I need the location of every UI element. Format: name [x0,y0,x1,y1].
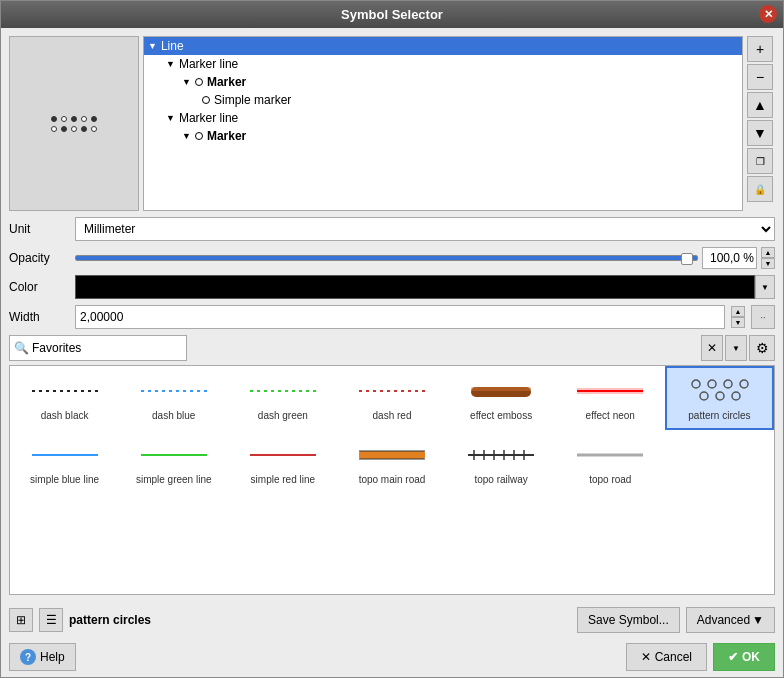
advanced-arrow-icon: ▼ [752,613,764,627]
symbol-item-pattern-circles[interactable]: pattern circles [665,366,774,430]
svg-point-8 [692,380,700,388]
tree-markerline1-label: Marker line [179,57,238,71]
color-row: Color ▼ [9,275,775,299]
dialog-title: Symbol Selector [341,7,443,22]
svg-point-9 [708,380,716,388]
tree-arrow-icon: ▼ [182,131,191,141]
preview-symbol [51,116,97,132]
action-bar: ? Help ✕ Cancel ✔ OK [1,637,783,677]
symbol-preview-dash-green [243,376,323,406]
add-layer-button[interactable]: + [747,36,773,62]
width-input[interactable] [75,305,725,329]
search-input[interactable] [9,335,187,361]
symbol-item-dash-black[interactable]: dash black [10,366,119,430]
width-up-button[interactable]: ▲ [731,306,745,317]
symbol-preview-simple-green [134,440,214,470]
symbol-item-dash-blue[interactable]: dash blue [119,366,228,430]
opacity-up-button[interactable]: ▲ [761,247,775,258]
opacity-thumb[interactable] [681,253,693,265]
tree-item-line[interactable]: ▼ Line [144,37,742,55]
ok-button[interactable]: ✔ OK [713,643,775,671]
symbol-item-dash-green[interactable]: dash green [228,366,337,430]
width-down-button[interactable]: ▼ [731,317,745,328]
view-grid-button[interactable]: ⊞ [9,608,33,632]
lock-button[interactable]: 🔒 [747,176,773,202]
symbol-label: topo road [589,474,631,486]
symbol-label: simple green line [136,474,212,486]
color-button[interactable] [75,275,755,299]
width-extra-button[interactable]: ·· [751,305,775,329]
help-button[interactable]: ? Help [9,643,76,671]
titlebar: Symbol Selector ✕ [1,1,783,28]
tree-item-markerline1[interactable]: ▼ Marker line [144,55,742,73]
symbol-item-dash-red[interactable]: dash red [337,366,446,430]
symbol-preview-effect-emboss [461,376,541,406]
tree-arrow-icon: ▼ [182,77,191,87]
advanced-label: Advanced [697,613,750,627]
svg-point-10 [724,380,732,388]
svg-point-11 [740,380,748,388]
symbol-item-simple-green[interactable]: simple green line [119,430,228,494]
symbols-grid: dash black dash blue dash [10,366,774,494]
symbol-label: simple blue line [30,474,99,486]
symbol-preview-topo-road [570,440,650,470]
svg-point-13 [716,392,724,400]
preview-dot [71,116,77,122]
opacity-label: Opacity [9,251,69,265]
symbol-label: effect emboss [470,410,532,422]
symbol-preview-simple-red [243,440,323,470]
tree-item-markerline2[interactable]: ▼ Marker line [144,109,742,127]
width-spinner: ▲ ▼ [731,306,745,328]
symbols-grid-container: dash black dash blue dash [9,365,775,595]
preview-dot [81,126,87,132]
svg-point-12 [700,392,708,400]
symbol-preview-dash-black [25,376,105,406]
selected-symbol-name: pattern circles [69,613,571,627]
move-down-button[interactable]: ▼ [747,120,773,146]
duplicate-button[interactable]: ❐ [747,148,773,174]
opacity-track[interactable] [75,255,698,261]
unit-select[interactable]: Millimeter [75,217,775,241]
opacity-row: Opacity ▲ ▼ [9,247,775,269]
properties-section: Unit Millimeter Opacity ▲ ▼ [9,217,775,329]
advanced-button[interactable]: Advanced ▼ [686,607,775,633]
opacity-down-button[interactable]: ▼ [761,258,775,269]
tree-markerline2-label: Marker line [179,111,238,125]
remove-layer-button[interactable]: − [747,64,773,90]
library-section: 🔍 ✕ ▼ ⚙ dash black [9,335,775,595]
close-button[interactable]: ✕ [759,5,777,23]
move-up-button[interactable]: ▲ [747,92,773,118]
symbol-tree: ▼ Line ▼ Marker line ▼ Marker [144,37,742,210]
symbol-item-simple-red[interactable]: simple red line [228,430,337,494]
color-dropdown-button[interactable]: ▼ [755,275,775,299]
opacity-value-input[interactable] [702,247,757,269]
symbol-label: effect neon [586,410,635,422]
tree-item-marker1[interactable]: ▼ Marker [144,73,742,91]
tree-simplemarker-label: Simple marker [214,93,291,107]
tree-item-marker2[interactable]: ▼ Marker [144,127,742,145]
symbol-selector-dialog: Symbol Selector ✕ [0,0,784,678]
cancel-button[interactable]: ✕ Cancel [626,643,707,671]
tree-circle-icon [195,78,203,86]
tree-item-simplemarker[interactable]: Simple marker [144,91,742,109]
symbol-preview-simple-blue [25,440,105,470]
preview-dot-empty [81,116,87,122]
symbol-item-effect-neon[interactable]: effect neon [556,366,665,430]
help-icon: ? [20,649,36,665]
symbol-item-topo-main[interactable]: topo main road [337,430,446,494]
save-symbol-button[interactable]: Save Symbol... [577,607,680,633]
symbol-item-topo-road[interactable]: topo road [556,430,665,494]
search-dropdown-button[interactable]: ▼ [725,335,747,361]
search-config-button[interactable]: ⚙ [749,335,775,361]
view-list-button[interactable]: ☰ [39,608,63,632]
symbol-label: topo railway [474,474,527,486]
search-clear-button[interactable]: ✕ [701,335,723,361]
preview-dot-empty [51,126,57,132]
main-content: ▼ Line ▼ Marker line ▼ Marker [1,28,783,603]
symbol-item-effect-emboss[interactable]: effect emboss [447,366,556,430]
symbol-item-simple-blue[interactable]: simple blue line [10,430,119,494]
symbol-label: dash green [258,410,308,422]
tree-marker2-label: Marker [207,129,246,143]
symbol-label: dash black [41,410,89,422]
symbol-item-topo-railway[interactable]: topo railway [447,430,556,494]
